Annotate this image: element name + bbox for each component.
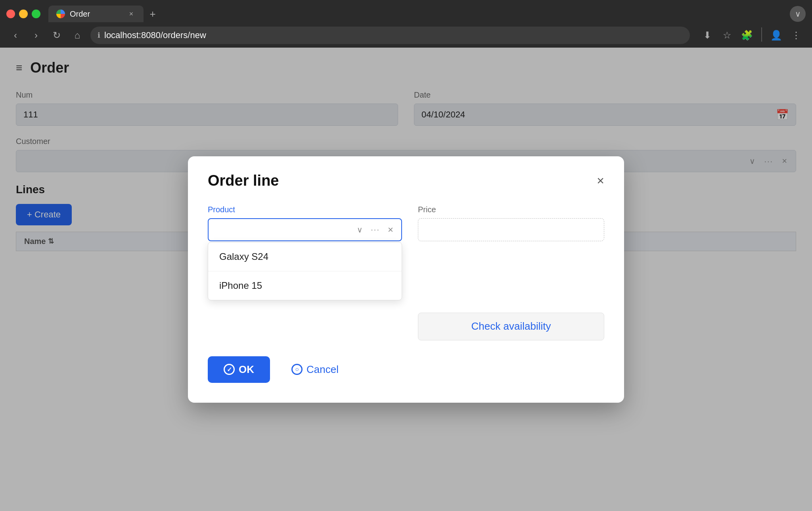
forward-btn[interactable]: › <box>29 28 44 43</box>
cancel-btn[interactable]: ○ Cancel <box>280 356 350 383</box>
cancel-label: Cancel <box>306 363 339 376</box>
ok-label: OK <box>239 363 254 376</box>
product-input-row[interactable]: ∨ ··· × <box>208 218 402 241</box>
traffic-lights <box>6 10 40 18</box>
order-line-modal: Order line × Product ∨ ··· × <box>188 156 624 403</box>
menu-icon[interactable]: ⋮ <box>788 27 804 43</box>
url-bar[interactable]: ℹ localhost:8080/orders/new <box>90 27 690 44</box>
browser-actions: ⬇ ☆ 🧩 👤 ⋮ <box>699 27 804 43</box>
maximize-traffic-light[interactable] <box>32 10 40 18</box>
price-input[interactable] <box>418 218 604 241</box>
profile-icon[interactable]: 👤 <box>768 27 784 43</box>
product-selector-wrapper: ∨ ··· × Galaxy S24 iPhone 15 <box>208 218 402 241</box>
product-dropdown-arrow-icon[interactable]: ∨ <box>354 223 365 236</box>
browser-chrome: Order × + ∨ ‹ › ↻ ⌂ ℹ localhost:8080/ord… <box>0 0 812 48</box>
product-clear-btn[interactable]: × <box>385 223 396 237</box>
modal-overlay: Order line × Product ∨ ··· × <box>0 48 812 511</box>
tab-favicon <box>56 10 65 18</box>
bookmark-icon[interactable]: ☆ <box>719 27 735 43</box>
check-availability-label: Check availability <box>471 320 551 332</box>
expand-btn[interactable]: ∨ <box>790 6 806 22</box>
extensions-icon[interactable]: 🧩 <box>739 27 755 43</box>
ok-check-icon: ✓ <box>224 364 235 375</box>
product-dropdown: Galaxy S24 iPhone 15 <box>208 242 402 300</box>
tab-bar: Order × + ∨ <box>0 0 812 24</box>
dropdown-item-galaxy-s24[interactable]: Galaxy S24 <box>208 242 402 271</box>
secure-icon: ℹ <box>98 31 100 40</box>
modal-header: Order line × <box>208 172 604 189</box>
product-more-btn[interactable]: ··· <box>368 223 383 236</box>
new-tab-btn[interactable]: + <box>145 6 160 21</box>
dropdown-item-iphone-15[interactable]: iPhone 15 <box>208 271 402 300</box>
modal-title: Order line <box>208 172 279 189</box>
refresh-btn[interactable]: ↻ <box>49 28 64 43</box>
download-icon[interactable]: ⬇ <box>699 27 715 43</box>
ok-btn[interactable]: ✓ OK <box>208 356 270 383</box>
price-field-group: Price Check availability <box>418 205 604 340</box>
url-text: localhost:8080/orders/new <box>104 30 206 40</box>
address-bar: ‹ › ↻ ⌂ ℹ localhost:8080/orders/new ⬇ ☆ … <box>0 24 812 47</box>
modal-footer: ✓ OK ○ Cancel <box>208 356 604 383</box>
tab-close-btn[interactable]: × <box>127 10 136 18</box>
product-text-input[interactable] <box>214 225 352 235</box>
active-tab[interactable]: Order × <box>48 6 144 22</box>
cancel-circle-icon: ○ <box>291 364 303 375</box>
product-field-group: Product ∨ ··· × Galaxy S24 <box>208 205 402 241</box>
modal-body: Product ∨ ··· × Galaxy S24 <box>208 205 604 340</box>
check-availability-btn[interactable]: Check availability <box>418 313 604 340</box>
home-btn[interactable]: ⌂ <box>70 28 85 43</box>
modal-close-btn[interactable]: × <box>597 174 604 187</box>
minimize-traffic-light[interactable] <box>19 10 28 18</box>
price-label: Price <box>418 205 604 214</box>
tab-title: Order <box>70 10 90 19</box>
modal-fields-row: Product ∨ ··· × Galaxy S24 <box>208 205 604 340</box>
product-label: Product <box>208 205 402 214</box>
close-traffic-light[interactable] <box>6 10 15 18</box>
page-content: ≡ Order Num 111 Date 04/10/2024 📅 Custom… <box>0 48 812 511</box>
back-btn[interactable]: ‹ <box>8 28 23 43</box>
